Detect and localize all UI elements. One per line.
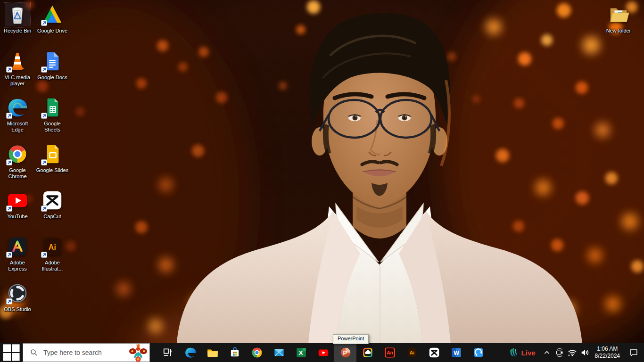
recycle-bin-icon (7, 4, 28, 25)
taskbar-adobe-animate-button[interactable]: An (379, 343, 401, 362)
excel-icon: X (295, 346, 307, 359)
desktop-icon-capcut[interactable]: CapCut (35, 189, 69, 220)
clock-date: 8/22/2024 (595, 353, 620, 360)
creative-cloud-icon (362, 346, 374, 359)
shortcut-arrow-icon (41, 252, 47, 258)
new-folder-icon (608, 4, 629, 25)
desktop-icon-new-folder[interactable]: New folder (602, 3, 636, 34)
wallpaper-portrait-man (0, 0, 644, 343)
search-highlights-flower-icon[interactable] (128, 344, 149, 362)
action-center-icon (628, 347, 639, 358)
windows-logo-icon (0, 341, 23, 362)
desktop: Recycle Bin Google Drive VLC media playe… (0, 0, 644, 362)
taskbar-file-explorer-button[interactable] (201, 343, 223, 362)
icon-label: Recycle Bin (4, 28, 31, 34)
svg-text:Ai: Ai (409, 350, 414, 355)
shortcut-arrow-icon (41, 66, 47, 73)
shortcut-arrow-icon (6, 66, 12, 73)
edge-icon (184, 346, 197, 359)
svg-text:W: W (454, 350, 459, 356)
desktop-icon-google-drive[interactable]: Google Drive (35, 3, 69, 34)
taskbar-chrome-button[interactable] (246, 343, 268, 362)
desktop-icon-google-chrome[interactable]: Google Chrome (0, 142, 34, 180)
svg-text:P: P (343, 349, 347, 356)
video-camera-icon (554, 347, 565, 358)
task-view-icon (162, 346, 174, 359)
system-tray: Live (503, 343, 644, 362)
capcut-icon (428, 346, 440, 359)
shortcut-arrow-icon (41, 20, 47, 26)
taskbar: X P An (0, 343, 644, 362)
shortcut-arrow-icon (6, 113, 12, 119)
tray-volume-button[interactable] (579, 343, 592, 362)
live-scores-widget[interactable]: Live (503, 343, 541, 362)
word-icon: W (450, 346, 462, 359)
microsoft-store-icon (229, 346, 241, 359)
chrome-icon (251, 346, 263, 359)
shortcut-arrow-icon (41, 206, 47, 212)
svg-text:An: An (387, 350, 393, 355)
tray-chevron-up-button[interactable] (541, 343, 553, 362)
taskbar-capcut-button[interactable] (423, 343, 445, 362)
desktop-icon-adobe-illustrator[interactable]: Ai Adobe Illustrat... (35, 235, 69, 272)
shortcut-arrow-icon (6, 298, 12, 304)
youtube-icon (317, 346, 330, 359)
mail-icon (273, 346, 285, 359)
desktop-icon-google-docs[interactable]: Google Docs (35, 49, 69, 81)
tray-wifi-button[interactable] (566, 343, 579, 362)
taskbar-powerpoint-button[interactable]: P (334, 343, 356, 362)
taskbar-adobe-illustrator-button[interactable]: Ai (401, 343, 423, 362)
chevron-up-icon (542, 347, 552, 358)
desktop-icon-google-slides[interactable]: Google Slides (35, 142, 69, 173)
adobe-animate-icon: An (384, 346, 396, 359)
desktop-icon-obs-studio[interactable]: OBS Studio (0, 281, 34, 313)
taskbar-word-button[interactable]: W (445, 343, 467, 362)
desktop-icon-youtube[interactable]: YouTube (0, 189, 34, 220)
shortcut-arrow-icon (6, 159, 12, 165)
taskbar-mail-button[interactable] (268, 343, 290, 362)
taskbar-youtube-button[interactable] (312, 343, 334, 362)
shortcut-arrow-icon (41, 113, 47, 119)
desktop-icon-adobe-express[interactable]: Adobe Express (0, 235, 34, 272)
taskbar-creative-cloud-button[interactable] (356, 343, 379, 362)
svg-text:Ai: Ai (49, 243, 56, 251)
taskbar-search[interactable] (23, 343, 150, 362)
powerpoint-tooltip: PowerPoint (333, 334, 369, 344)
action-center-button[interactable] (623, 343, 644, 362)
tray-clock[interactable]: 1:06 AM 8/22/2024 (592, 343, 623, 362)
desktop-icon-vlc[interactable]: VLC media player (0, 49, 34, 87)
speaker-icon (580, 347, 590, 358)
start-button[interactable] (0, 343, 23, 362)
clock-time: 1:06 AM (595, 346, 620, 353)
taskbar-shareit-button[interactable] (467, 343, 489, 362)
tray-meet-now-button[interactable] (553, 343, 566, 362)
taskbar-edge-button[interactable] (179, 343, 201, 362)
adobe-illustrator-icon: Ai (406, 346, 418, 359)
file-explorer-icon (206, 346, 219, 359)
shareit-icon (472, 346, 485, 359)
icon-label: New folder (606, 28, 631, 34)
desktop-icon-microsoft-edge[interactable]: Microsoft Edge (0, 96, 34, 133)
live-label: Live (521, 349, 536, 357)
search-input[interactable] (42, 348, 124, 357)
desktop-icon-google-sheets[interactable]: Google Sheets (35, 96, 69, 133)
desktop-icon-recycle-bin[interactable]: Recycle Bin (0, 3, 34, 34)
task-view-button[interactable] (157, 343, 179, 362)
shortcut-arrow-icon (6, 252, 12, 258)
taskbar-excel-button[interactable]: X (290, 343, 312, 362)
powerpoint-icon: P (339, 346, 352, 359)
shortcut-arrow-icon (41, 159, 47, 165)
search-icon (30, 348, 38, 357)
icc-cricket-live-icon (508, 347, 519, 358)
shortcut-arrow-icon (6, 206, 12, 212)
svg-text:X: X (298, 349, 303, 356)
wifi-icon (567, 347, 578, 358)
taskbar-microsoft-store-button[interactable] (223, 343, 246, 362)
